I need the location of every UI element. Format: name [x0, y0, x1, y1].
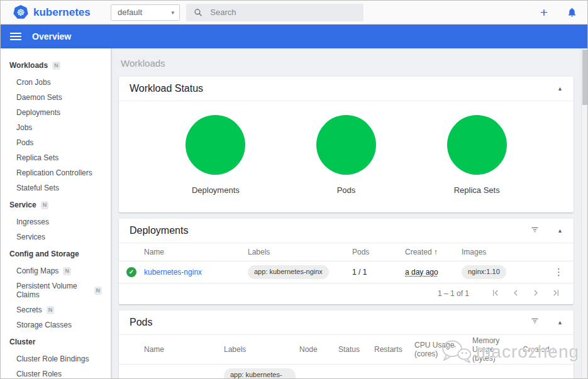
nav-label: Cron Jobs — [16, 78, 51, 87]
sidebar-item-ingresses[interactable]: Ingresses — [1, 214, 111, 229]
relative-time: a day ago — [405, 268, 438, 277]
namespace-value: default — [118, 8, 142, 17]
deployments-table-header: Name Labels Pods Created↑ Images — [119, 243, 574, 261]
table-row: ✓ kubernetes-nginx-78bcc44665-8fnnn app:… — [119, 365, 574, 379]
new-badge: N — [47, 306, 55, 314]
label-chip: app: kubernetes-nginx — [248, 265, 329, 279]
replica-sets-health-circle[interactable] — [447, 115, 507, 175]
pods-count-cell: 1 / 1 — [352, 268, 405, 277]
sidebar-item-replica-sets[interactable]: Replica Sets — [1, 150, 111, 165]
kubernetes-logo-icon: ☸ — [13, 5, 28, 19]
page-title: Overview — [32, 31, 71, 41]
sidebar-item-cluster-roles[interactable]: Cluster Roles — [1, 366, 111, 379]
chart-label: Pods — [337, 185, 356, 195]
page-toolbar: Overview — [1, 25, 587, 48]
sidebar-section-service[interactable]: ServiceN — [1, 195, 111, 214]
last-page-icon[interactable] — [547, 288, 565, 300]
sidebar-item-storage-classes[interactable]: Storage Classes — [1, 317, 111, 332]
nav-label: Services — [16, 233, 45, 241]
menu-hamburger-icon[interactable] — [10, 33, 21, 40]
pods-table-header: Name Labels Node Status Restarts CPU Usa… — [119, 335, 574, 365]
brand-text: kubernetes — [33, 6, 91, 19]
notifications-bell-icon[interactable] — [567, 7, 577, 18]
labels-cell: app: kubernetes-nginx pod-template-hash:… — [224, 368, 299, 379]
namespace-selector[interactable]: default ▾ — [111, 4, 180, 21]
sidebar-item-daemon-sets[interactable]: Daemon Sets — [1, 90, 111, 105]
sidebar-item-pods[interactable]: Pods — [1, 135, 111, 150]
vertical-scrollbar[interactable] — [581, 48, 587, 379]
collapse-arrow-icon[interactable]: ▲ — [557, 85, 563, 92]
column-header-name[interactable]: Name — [144, 248, 248, 256]
chevron-down-icon: ▾ — [171, 9, 174, 16]
table-row: ✓ kubernetes-nginx app: kubernetes-nginx… — [119, 261, 574, 283]
filter-icon[interactable] — [530, 225, 540, 237]
nav-label: Workloads — [9, 61, 48, 70]
chart-label: Replica Sets — [454, 185, 500, 195]
column-header-label: Created — [523, 345, 550, 354]
column-header-labels[interactable]: Labels — [248, 248, 352, 256]
check-glyph: ✓ — [129, 268, 134, 275]
sidebar-section-config-and-storage[interactable]: Config and Storage — [1, 244, 111, 263]
nav-label: Cluster — [9, 338, 35, 346]
sidebar-section-cluster[interactable]: Cluster — [1, 332, 111, 351]
nav-label: Cluster Roles — [16, 370, 62, 378]
nav-label: Storage Classes — [16, 321, 72, 329]
sidebar-item-jobs[interactable]: Jobs — [1, 120, 111, 135]
column-header-created[interactable]: Created↑ — [405, 248, 462, 256]
column-header-images[interactable]: Images — [462, 248, 551, 256]
sidebar-item-secrets[interactable]: SecretsN — [1, 302, 111, 317]
column-header-pods[interactable]: Pods — [352, 248, 405, 256]
new-badge: N — [63, 267, 71, 275]
column-header-cpu-usage[interactable]: CPU Usage (cores) — [414, 341, 472, 358]
create-resource-button[interactable]: + — [540, 5, 548, 20]
search-input[interactable] — [210, 8, 356, 17]
collapse-arrow-icon[interactable]: ▲ — [557, 319, 563, 326]
deployments-health-circle[interactable] — [186, 115, 245, 175]
nav-label: Jobs — [16, 123, 32, 132]
column-header-name[interactable]: Name — [144, 345, 224, 354]
sort-ascending-icon: ↑ — [552, 345, 555, 354]
nav-label: Replica Sets — [16, 153, 58, 162]
column-header-node[interactable]: Node — [299, 345, 338, 354]
sidebar-item-services[interactable]: Services — [1, 229, 111, 244]
deployments-card: Deployments ▲ Name Labels Pods Created↑ … — [119, 219, 574, 304]
section-heading: Workloads — [121, 58, 574, 69]
nav-label: Deployments — [16, 108, 60, 117]
first-page-icon[interactable] — [487, 288, 504, 300]
sidebar-item-cluster-role-bindings[interactable]: Cluster Role Bindings — [1, 351, 111, 366]
sidebar-item-stateful-sets[interactable]: Stateful Sets — [1, 180, 111, 195]
next-page-icon[interactable] — [527, 288, 545, 300]
column-header-restarts[interactable]: Restarts — [374, 345, 414, 354]
sidebar-item-config-maps[interactable]: Config MapsN — [1, 263, 111, 278]
labels-cell: app: kubernetes-nginx — [248, 265, 352, 279]
pods-health-circle[interactable] — [316, 115, 376, 175]
column-header-created[interactable]: Created↑ — [523, 345, 563, 354]
sidebar-section-workloads[interactable]: WorkloadsN — [1, 56, 111, 75]
nav-label: Replication Controllers — [16, 168, 92, 177]
column-header-status[interactable]: Status — [338, 345, 374, 354]
filter-icon[interactable] — [530, 316, 540, 328]
search-bar[interactable] — [186, 4, 363, 21]
nav-label: Ingresses — [16, 217, 49, 226]
column-header-memory-usage[interactable]: Memory Usage (bytes) — [472, 336, 523, 363]
scrollbar-thumb[interactable] — [582, 50, 587, 105]
top-bar: ☸ kubernetes default ▾ + — [1, 1, 587, 25]
status-chart-pods: Pods — [281, 115, 412, 195]
sidebar-item-persistent-volume-claims[interactable]: Persistent Volume ClaimsN — [1, 278, 111, 302]
kubernetes-brand[interactable]: ☸ kubernetes — [13, 5, 111, 19]
sidebar-item-replication-controllers[interactable]: Replication Controllers — [1, 165, 111, 180]
column-header-label: Created — [405, 248, 432, 256]
sidebar-nav: WorkloadsN Cron Jobs Daemon Sets Deploym… — [1, 48, 111, 379]
kebab-menu-icon[interactable]: ⋮ — [554, 266, 563, 278]
search-icon — [194, 8, 202, 18]
sidebar-item-deployments[interactable]: Deployments — [1, 105, 111, 120]
column-header-labels[interactable]: Labels — [224, 345, 299, 354]
nav-label: Config Maps — [16, 266, 58, 275]
previous-page-icon[interactable] — [507, 288, 524, 300]
main-content: Workloads Workload Status ▲ Deployments … — [111, 48, 581, 379]
deployment-link[interactable]: kubernetes-nginx — [144, 268, 202, 277]
collapse-arrow-icon[interactable]: ▲ — [557, 228, 563, 234]
sidebar-item-cron-jobs[interactable]: Cron Jobs — [1, 75, 111, 90]
nav-label: Cluster Role Bindings — [16, 354, 89, 363]
check-circle-icon: ✓ — [126, 267, 136, 277]
